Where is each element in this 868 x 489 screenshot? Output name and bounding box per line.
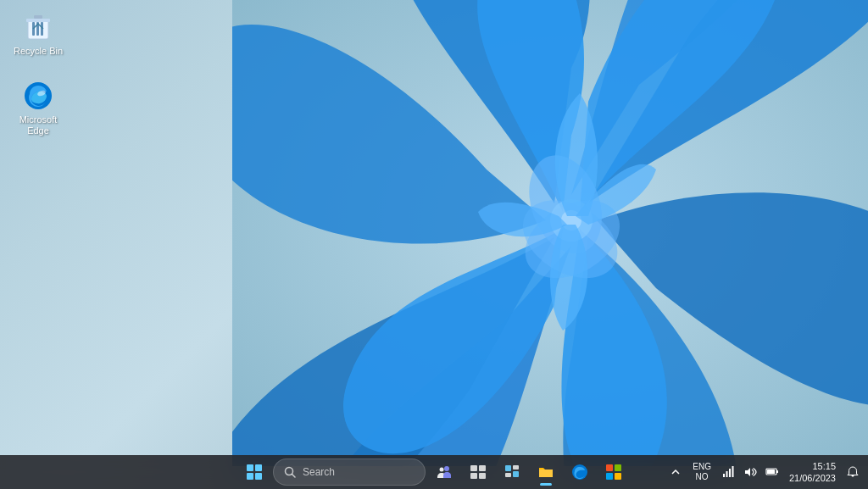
svg-rect-29 [606, 473, 613, 480]
svg-rect-25 [513, 471, 519, 477]
edge-image [23, 81, 53, 111]
recycle-bin-image [23, 12, 53, 42]
windows-logo [247, 464, 262, 480]
search-box[interactable]: Search [273, 458, 426, 486]
file-explorer-icon [537, 464, 554, 481]
clock-display[interactable]: 15:15 21/06/2023 [786, 458, 839, 486]
network-icon[interactable] [720, 464, 737, 481]
store-icon [605, 464, 622, 481]
network-symbol [721, 465, 735, 479]
taskview-icon [470, 464, 487, 481]
battery-icon[interactable] [764, 464, 781, 481]
desktop: Recycle Bin Microsoft Edge [0, 0, 868, 489]
svg-rect-21 [479, 473, 486, 479]
svg-rect-22 [505, 465, 511, 471]
svg-rect-31 [723, 474, 725, 477]
svg-rect-37 [767, 470, 775, 474]
recycle-bin-label: Recycle Bin [14, 46, 63, 57]
volume-symbol [743, 465, 757, 479]
start-button[interactable] [239, 457, 270, 487]
svg-point-17 [440, 468, 444, 472]
svg-rect-23 [513, 465, 519, 470]
notification-icon[interactable] [844, 464, 861, 481]
svg-rect-24 [505, 473, 511, 477]
language-indicator[interactable]: ENG NO [689, 460, 715, 484]
desktop-icons: Recycle Bin Microsoft Edge [8, 8, 68, 141]
teams-icon [436, 464, 453, 481]
notification-symbol [847, 466, 859, 478]
taskbar-center: Search [239, 457, 629, 487]
svg-rect-28 [615, 464, 621, 471]
search-label: Search [303, 466, 335, 478]
date-display: 21/06/2023 [789, 472, 836, 484]
svg-rect-36 [776, 470, 778, 473]
volume-icon[interactable] [742, 464, 759, 481]
chevron-up-icon [671, 468, 680, 476]
svg-point-16 [444, 466, 449, 471]
svg-rect-33 [729, 469, 731, 477]
wallpaper [232, 0, 868, 466]
language-secondary: NO [696, 472, 709, 482]
svg-rect-8 [34, 15, 42, 19]
svg-rect-32 [726, 471, 727, 477]
search-icon [284, 466, 296, 478]
teams-button[interactable] [429, 457, 459, 487]
taskbar: Search [0, 455, 868, 489]
svg-rect-18 [470, 465, 477, 471]
svg-rect-34 [732, 466, 733, 477]
svg-rect-20 [470, 473, 477, 479]
widgets-button[interactable] [497, 457, 527, 487]
file-explorer-button[interactable] [531, 457, 561, 487]
edge-taskbar-button[interactable] [565, 457, 595, 487]
tray-expand-button[interactable] [667, 464, 684, 481]
edge-taskbar-icon [571, 464, 588, 481]
taskbar-right: ENG NO [667, 458, 861, 486]
widgets-icon [504, 464, 520, 481]
svg-rect-7 [26, 19, 50, 22]
svg-rect-27 [606, 464, 613, 471]
microsoft-edge-label: Microsoft Edge [12, 114, 64, 136]
task-view-button[interactable] [463, 457, 493, 487]
time-display: 15:15 [812, 460, 836, 472]
microsoft-edge-icon[interactable]: Microsoft Edge [8, 77, 68, 140]
svg-rect-19 [479, 465, 486, 471]
store-button[interactable] [598, 457, 629, 487]
language-primary: ENG [693, 462, 711, 472]
svg-rect-30 [615, 473, 621, 480]
svg-line-15 [292, 475, 296, 478]
battery-symbol [765, 465, 779, 479]
recycle-bin-icon[interactable]: Recycle Bin [8, 8, 68, 60]
